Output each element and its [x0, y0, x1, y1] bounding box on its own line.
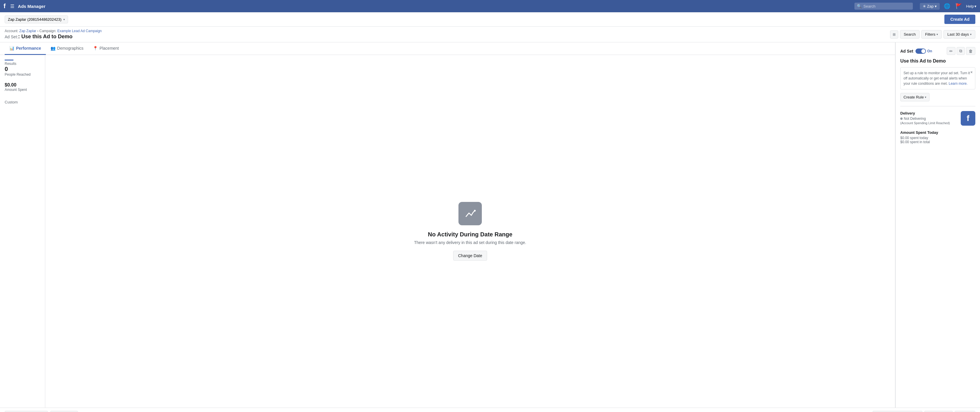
right-panel: Ad Set On ✏ ⧉ 🗑 Use this Ad to Demo Set …: [895, 42, 980, 407]
delivery-section: Delivery Not Delivering (Account Spendin…: [900, 106, 975, 144]
breadcrumb-left: Account: Zap Zaplar › Campaign: Example …: [5, 29, 102, 40]
change-date-button[interactable]: Change Date: [453, 251, 487, 260]
performance-tab-icon: 📊: [10, 46, 14, 51]
no-activity-title: No Activity During Date Range: [428, 231, 512, 238]
amount-spent-label: Amount Spent: [5, 88, 40, 92]
demographics-tab-icon: 👥: [51, 46, 56, 51]
nav-right: ✳ Zap ▾ 🌐 🚩 Help ▾: [920, 2, 977, 11]
delivery-label: Delivery: [900, 111, 950, 115]
tab-demographics[interactable]: 👥 Demographics: [46, 42, 88, 55]
chart-main: No Activity During Date Range There wasn…: [45, 55, 895, 407]
ad-set-label: Ad Set On: [900, 48, 932, 54]
breakdown-button[interactable]: Breakdown ▾: [924, 411, 953, 412]
tab-performance[interactable]: 📊 Performance: [5, 42, 46, 55]
toggle-switch[interactable]: On: [915, 48, 932, 54]
search-input[interactable]: [864, 4, 907, 8]
account-bar: Zap Zaplar (208154486202423) ▾ Create Ad: [0, 12, 980, 27]
placement-tab-label: Placement: [100, 46, 119, 51]
date-range-dropdown-icon: ▾: [970, 33, 972, 36]
performance-tab-label: Performance: [16, 46, 41, 51]
tabs-bar: 📊 Performance 👥 Demographics 📍 Placement: [0, 42, 895, 55]
page-title: Ad Set:: Use this Ad to Demo: [5, 34, 102, 40]
bottom-section: Ads in this Ad Set ▾ + Create Ad Columns…: [0, 407, 980, 412]
zap-dropdown-icon: ▾: [935, 4, 937, 8]
account-name: Zap Zaplar (208154486202423): [8, 17, 62, 22]
toggle-thumb: [921, 49, 925, 53]
delete-button[interactable]: 🗑: [966, 47, 975, 55]
right-panel-header: Ad Set On ✏ ⧉ 🗑: [900, 47, 975, 55]
amount-spent-today-value: $0.00 spent today: [900, 136, 975, 140]
left-panel: 📊 Performance 👥 Demographics 📍 Placement…: [0, 42, 895, 407]
create-rule-button[interactable]: Create Rule ▾: [900, 93, 929, 101]
breadcrumb: Account: Zap Zaplar › Campaign: Example …: [5, 29, 102, 33]
bottom-toolbar: Ads in this Ad Set ▾ + Create Ad Columns…: [0, 408, 980, 412]
right-panel-actions: ✏ ⧉ 🗑: [947, 47, 975, 55]
hamburger-icon[interactable]: ☰: [10, 3, 14, 9]
metrics-sidebar: Results 0 People Reached $0.00 Amount Sp…: [0, 55, 45, 407]
top-navigation: f ☰ Ads Manager 🔍 ✳ Zap ▾ 🌐 🚩 Help ▾: [0, 0, 980, 12]
zap-asterisk-icon: ✳: [923, 4, 926, 8]
svg-point-0: [474, 210, 476, 212]
columns-button[interactable]: Columns: Performance ▾: [873, 411, 923, 412]
export-button[interactable]: Export ▾: [955, 411, 975, 412]
edit-button[interactable]: ✏: [947, 47, 956, 55]
copy-button[interactable]: ⧉: [957, 47, 965, 55]
bottom-toolbar-right: Columns: Performance ▾ Breakdown ▾ Expor…: [873, 411, 975, 412]
results-metric-line: [5, 60, 13, 61]
results-metric-value: 0: [5, 66, 40, 72]
facebook-logo-icon: f: [3, 2, 6, 10]
zap-button[interactable]: ✳ Zap ▾: [920, 3, 940, 10]
custom-label: Custom: [5, 100, 40, 104]
date-range-button[interactable]: Last 30 days ▾: [943, 30, 975, 38]
app-title: Ads Manager: [18, 4, 45, 9]
amount-spent-total-value: $0.00 spent in total: [900, 140, 975, 144]
not-delivering-status: Not Delivering: [904, 117, 926, 121]
filters-button[interactable]: Filters ▾: [921, 30, 942, 38]
view-mode-button[interactable]: ⊞: [890, 30, 898, 38]
results-metric-sub: People Reached: [5, 72, 40, 77]
create-ad-small-button[interactable]: + Create Ad: [50, 411, 78, 412]
alert-close-icon[interactable]: ×: [970, 69, 973, 75]
main-layout: 📊 Performance 👥 Demographics 📍 Placement…: [0, 42, 980, 407]
bottom-toolbar-left: Ads in this Ad Set ▾ + Create Ad: [5, 411, 78, 412]
toggle-track[interactable]: [915, 48, 926, 54]
no-activity-subtitle: There wasn't any delivery in this ad set…: [414, 240, 526, 245]
demographics-tab-label: Demographics: [57, 46, 84, 51]
learn-more-link[interactable]: Learn more.: [949, 81, 968, 86]
delivery-note: (Account Spending Limit Reached): [900, 121, 950, 125]
right-panel-title: Use this Ad to Demo: [900, 58, 975, 64]
delivery-info: Delivery Not Delivering (Account Spendin…: [900, 111, 950, 125]
no-activity-icon: [458, 202, 482, 225]
chart-area: Results 0 People Reached $0.00 Amount Sp…: [0, 55, 895, 407]
account-selector[interactable]: Zap Zaplar (208154486202423) ▾: [5, 16, 68, 23]
not-delivering-dot: [900, 117, 903, 120]
toggle-label: On: [927, 49, 932, 53]
alert-box: Set up a rule to monitor your ad set. Tu…: [900, 67, 975, 89]
create-rule-label: Create Rule: [904, 95, 924, 99]
search-box[interactable]: 🔍: [854, 3, 913, 10]
facebook-delivery-icon: f: [961, 111, 975, 126]
tab-placement[interactable]: 📍 Placement: [88, 42, 124, 55]
flag-icon[interactable]: 🚩: [954, 2, 963, 11]
amount-spent-today-label: Amount Spent Today: [900, 130, 975, 135]
not-delivering: Not Delivering: [900, 117, 950, 121]
results-metric-label: Results: [5, 62, 40, 66]
ads-in-set-button[interactable]: Ads in this Ad Set ▾: [5, 411, 48, 412]
help-button[interactable]: Help ▾: [966, 4, 977, 8]
adset-label: Ad Set:: [5, 35, 18, 39]
amount-spent-value: $0.00: [5, 82, 40, 88]
search-button[interactable]: Search: [900, 30, 920, 38]
search-icon: 🔍: [857, 4, 862, 8]
breadcrumb-bar: Account: Zap Zaplar › Campaign: Example …: [0, 27, 980, 42]
breadcrumb-controls: ⊞ Search Filters ▾ Last 30 days ▾: [890, 30, 975, 38]
campaign-link[interactable]: Example Lead Ad Campaign: [57, 29, 102, 33]
account-link[interactable]: Zap Zaplar: [19, 29, 36, 33]
placement-tab-icon: 📍: [93, 46, 98, 51]
globe-icon[interactable]: 🌐: [943, 2, 951, 11]
filters-dropdown-icon: ▾: [937, 33, 938, 36]
zap-label: Zap: [927, 4, 934, 8]
results-metric: Results 0 People Reached: [5, 60, 40, 77]
create-ad-button[interactable]: Create Ad: [944, 14, 975, 24]
delivery-header: Delivery Not Delivering (Account Spendin…: [900, 111, 975, 126]
account-dropdown-icon: ▾: [64, 18, 65, 21]
